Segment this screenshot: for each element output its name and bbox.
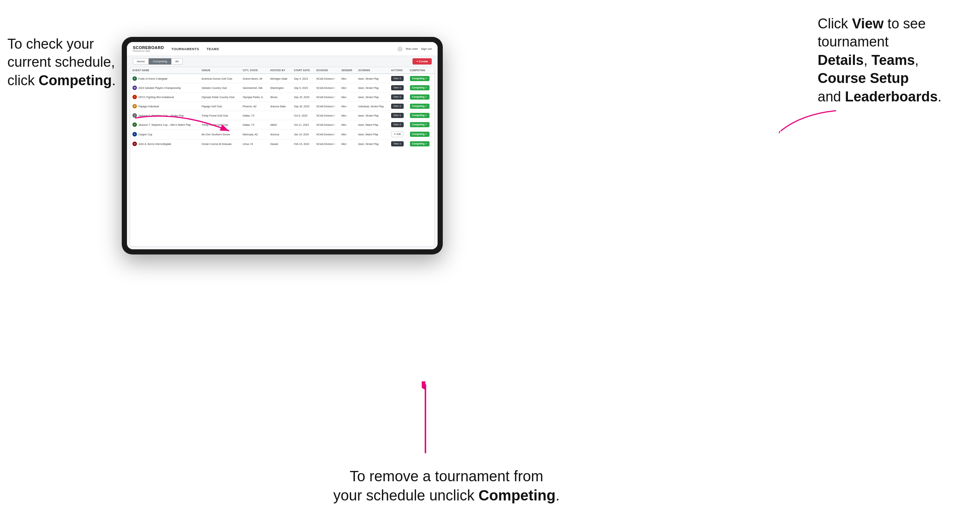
- scoring-cell: team, Stroke Play: [356, 140, 389, 149]
- competing-badge[interactable]: Competing ✓: [410, 94, 430, 100]
- hosted-by-cell: Illinois: [268, 92, 292, 102]
- view-button[interactable]: View ⊙: [391, 104, 404, 109]
- team-logo: I: [132, 95, 137, 99]
- create-button[interactable]: + Create: [412, 58, 432, 65]
- tournaments-table-container: EVENT NAME VENUE CITY, STATE HOSTED BY S…: [130, 67, 435, 246]
- col-city-state: CITY, STATE: [240, 67, 268, 74]
- city-cell: Dallas, TX: [240, 120, 268, 129]
- actions-cell: View ⊙: [389, 111, 407, 120]
- competing-cell: Competing ✓: [408, 120, 434, 129]
- gender-cell: Men: [339, 74, 356, 83]
- event-name-cell: P Papago Individual: [130, 102, 199, 111]
- competing-badge[interactable]: Competing ✓: [410, 113, 430, 118]
- scoring-cell: team, Stroke Play: [356, 111, 389, 120]
- event-name-cell: I OFCC Fighting Illini Invitational: [130, 92, 199, 102]
- tab-competing[interactable]: Competing: [149, 58, 171, 65]
- division-cell: NCAA Division I: [314, 102, 339, 111]
- view-button[interactable]: View ⊙: [391, 113, 404, 118]
- nav-teams[interactable]: TEAMS: [207, 47, 219, 51]
- scoring-cell: team, Match Play: [356, 120, 389, 129]
- scoring-cell: individual, Stroke Play: [356, 102, 389, 111]
- annotation-bottom: To remove a tournament from your schedul…: [317, 467, 576, 505]
- actions-cell: View ⊙: [389, 120, 407, 129]
- start-date-cell: Sep 4, 2023: [292, 74, 314, 83]
- hosted-by-cell: Washington: [268, 83, 292, 92]
- tablet-screen: SCOREBOARD Powered by clippi TOURNAMENTS…: [127, 42, 438, 249]
- brand-name: SCOREBOARD: [133, 46, 164, 50]
- division-cell: NCAA Division I: [314, 129, 339, 140]
- view-button[interactable]: View ⊙: [391, 122, 404, 127]
- actions-cell: ✏ Edit: [389, 129, 407, 140]
- start-date-cell: Feb 15, 2024: [292, 140, 314, 149]
- signout-link[interactable]: Sign out: [421, 47, 432, 51]
- col-gender: GENDER: [339, 67, 356, 74]
- gender-cell: Men: [339, 120, 356, 129]
- hosted-by-cell: Hawaii: [268, 140, 292, 149]
- competing-badge[interactable]: Competing ✓: [410, 141, 430, 146]
- arrow-to-view: [779, 107, 838, 137]
- gender-cell: Men: [339, 129, 356, 140]
- start-date-cell: Sep 18, 2023: [292, 102, 314, 111]
- venue-cell: Papago Golf Club: [199, 102, 240, 111]
- col-competing: COMPETING: [408, 67, 434, 74]
- start-date-cell: Oct 9, 2023: [292, 111, 314, 120]
- venue-cell: Ocean Course At Hokuala: [199, 140, 240, 149]
- division-cell: NCAA Division I: [314, 111, 339, 120]
- arrow-to-competing: [135, 111, 231, 140]
- start-date-cell: Jan 14, 2024: [292, 129, 314, 140]
- view-button[interactable]: View ⊙: [391, 76, 404, 81]
- col-actions: ACTIONS: [389, 67, 407, 74]
- nav-right: Test User Sign out: [398, 46, 432, 52]
- hosted-by-cell: ABAC: [268, 120, 292, 129]
- table-row: W 2023 Sahalee Players Championship Saha…: [130, 83, 434, 92]
- tablet-device: SCOREBOARD Powered by clippi TOURNAMENTS…: [122, 37, 443, 254]
- table-row: P Papago Individual Papago Golf ClubPhoe…: [130, 102, 434, 111]
- edit-button[interactable]: ✏ Edit: [391, 131, 403, 137]
- competing-badge[interactable]: Competing ✓: [410, 132, 430, 137]
- view-button[interactable]: View ⊙: [391, 141, 404, 146]
- competing-badge[interactable]: Competing ✓: [410, 76, 430, 81]
- scoring-cell: team, Match Play: [356, 129, 389, 140]
- competing-badge[interactable]: Competing ✓: [410, 122, 430, 127]
- gender-cell: Men: [339, 83, 356, 92]
- event-name: 2023 Sahalee Players Championship: [138, 87, 181, 89]
- city-cell: Grand Haven, MI: [240, 74, 268, 83]
- col-hosted-by: HOSTED BY: [268, 67, 292, 74]
- tab-all[interactable]: All: [171, 58, 183, 65]
- table-row: F Folds of Honor Collegiate American Dun…: [130, 74, 434, 83]
- annotation-top-right: Click View to see tournament Details, Te…: [818, 15, 973, 106]
- nav-tournaments[interactable]: TOURNAMENTS: [171, 47, 199, 51]
- col-scoring: SCORING: [356, 67, 389, 74]
- gender-cell: Men: [339, 111, 356, 120]
- view-button[interactable]: View ⊙: [391, 94, 404, 100]
- brand-sub: Powered by clippi: [133, 50, 164, 52]
- col-venue: VENUE: [199, 67, 240, 74]
- competing-badge[interactable]: Competing ✓: [410, 104, 430, 109]
- event-name: OFCC Fighting Illini Invitational: [138, 96, 174, 98]
- brand-logo: SCOREBOARD Powered by clippi: [133, 46, 164, 52]
- gender-cell: Men: [339, 140, 356, 149]
- competing-cell: Competing ✓: [408, 102, 434, 111]
- actions-cell: View ⊙: [389, 74, 407, 83]
- actions-cell: View ⊙: [389, 83, 407, 92]
- division-cell: NCAA Division I: [314, 83, 339, 92]
- hosted-by-cell: Arizona: [268, 129, 292, 140]
- gender-cell: Men: [339, 102, 356, 111]
- col-division: DIVISION: [314, 67, 339, 74]
- event-name-cell: W 2023 Sahalee Players Championship: [130, 83, 199, 92]
- gender-cell: Men: [339, 92, 356, 102]
- start-date-cell: Sep 9, 2023: [292, 83, 314, 92]
- competing-badge[interactable]: Competing ✓: [410, 85, 430, 90]
- event-name: Papago Individual: [138, 105, 159, 108]
- city-cell: Lihue, HI: [240, 140, 268, 149]
- event-name-cell: F Folds of Honor Collegiate: [130, 74, 199, 83]
- hosted-by-cell: Michigan State: [268, 74, 292, 83]
- tab-home[interactable]: Home: [133, 58, 149, 65]
- competing-cell: Competing ✓: [408, 111, 434, 120]
- team-logo: P: [132, 104, 137, 108]
- actions-cell: View ⊙: [389, 140, 407, 149]
- view-button[interactable]: View ⊙: [391, 85, 404, 90]
- actions-cell: View ⊙: [389, 92, 407, 102]
- event-name: Folds of Honor Collegiate: [138, 78, 167, 80]
- start-date-cell: Sep 15, 2023: [292, 92, 314, 102]
